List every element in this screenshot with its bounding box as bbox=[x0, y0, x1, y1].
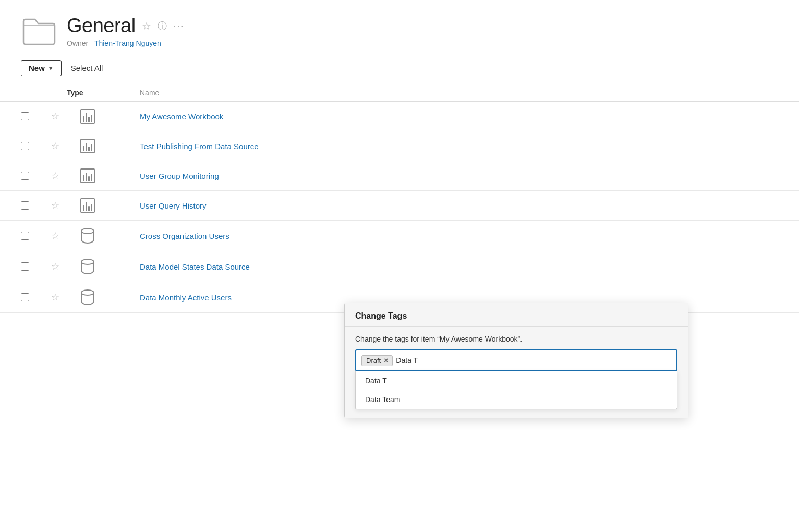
row-checkbox-3[interactable] bbox=[21, 172, 44, 180]
table-row: ☆ Data Model States Data Source bbox=[0, 251, 799, 282]
star-7[interactable]: ☆ bbox=[44, 292, 67, 303]
owner-row: Owner Thien-Trang Nguyen bbox=[67, 39, 185, 47]
star-icon[interactable]: ☆ bbox=[142, 20, 151, 32]
item-name-1: My Awesome Workbook bbox=[108, 112, 778, 121]
workbook-icon bbox=[80, 109, 95, 124]
new-button[interactable]: New ▼ bbox=[21, 60, 62, 76]
checkbox-input[interactable] bbox=[21, 232, 29, 240]
table-row: ☆ Test Publishing From Data Source bbox=[0, 131, 799, 161]
workbook-icon bbox=[80, 168, 95, 183]
type-icon-2 bbox=[67, 139, 108, 153]
type-icon-4 bbox=[67, 198, 108, 213]
table-row: ☆ User Query History bbox=[0, 191, 799, 221]
header-text: General ☆ ⓘ ··· Owner Thien-Trang Nguyen bbox=[67, 15, 185, 47]
owner-label: Owner bbox=[67, 39, 88, 47]
chevron-down-icon: ▼ bbox=[48, 65, 54, 71]
star-3[interactable]: ☆ bbox=[44, 170, 67, 182]
change-tags-modal[interactable]: Change Tags Change the tags for item “My… bbox=[344, 303, 688, 313]
toolbar: New ▼ Select All bbox=[0, 56, 799, 84]
workbook-icon bbox=[80, 139, 95, 153]
item-name-6: Data Model States Data Source bbox=[108, 262, 778, 271]
checkbox-input[interactable] bbox=[21, 201, 29, 210]
datasource-icon bbox=[81, 289, 94, 305]
type-icon-7 bbox=[67, 289, 108, 305]
table-row: ☆ My Awesome Workbook bbox=[0, 102, 799, 131]
star-4[interactable]: ☆ bbox=[44, 200, 67, 211]
star-1[interactable]: ☆ bbox=[44, 111, 67, 122]
star-2[interactable]: ☆ bbox=[44, 140, 67, 152]
checkbox-input[interactable] bbox=[21, 172, 29, 180]
col-name-header: Name bbox=[108, 89, 778, 97]
item-link-7[interactable]: Data Monthly Active Users bbox=[140, 293, 232, 302]
new-label: New bbox=[29, 64, 45, 72]
row-checkbox-6[interactable] bbox=[21, 262, 44, 271]
item-name-7: Data Monthly Active Users bbox=[108, 293, 778, 302]
item-name-2: Test Publishing From Data Source bbox=[108, 142, 778, 151]
content-table: Type Name ☆ My Awesome Workbook ☆ bbox=[0, 84, 799, 313]
table-row: ☆ Cross Organization Users bbox=[0, 221, 799, 251]
info-icon[interactable]: ⓘ bbox=[158, 20, 167, 32]
title-row: General ☆ ⓘ ··· bbox=[67, 15, 185, 37]
checkbox-input[interactable] bbox=[21, 293, 29, 301]
row-checkbox-2[interactable] bbox=[21, 142, 44, 150]
type-icon-6 bbox=[67, 259, 108, 274]
row-checkbox-5[interactable] bbox=[21, 232, 44, 240]
more-icon[interactable]: ··· bbox=[173, 20, 185, 32]
page-title: General bbox=[67, 15, 136, 37]
table-row: ☆ User Group Monitoring bbox=[0, 161, 799, 191]
item-link-2[interactable]: Test Publishing From Data Source bbox=[140, 142, 259, 151]
star-6[interactable]: ☆ bbox=[44, 261, 67, 272]
item-name-4: User Query History bbox=[108, 201, 778, 210]
folder-icon bbox=[21, 16, 57, 47]
item-link-4[interactable]: User Query History bbox=[140, 201, 207, 210]
page-header: General ☆ ⓘ ··· Owner Thien-Trang Nguyen bbox=[0, 0, 799, 56]
datasource-icon bbox=[81, 259, 94, 274]
workbook-icon bbox=[80, 198, 95, 213]
type-icon-5 bbox=[67, 228, 108, 244]
star-5[interactable]: ☆ bbox=[44, 230, 67, 241]
select-all-button[interactable]: Select All bbox=[62, 61, 113, 76]
item-link-5[interactable]: Cross Organization Users bbox=[140, 232, 229, 240]
item-name-5: Cross Organization Users bbox=[108, 232, 778, 240]
item-name-3: User Group Monitoring bbox=[108, 172, 778, 180]
type-icon-1 bbox=[67, 109, 108, 124]
item-link-3[interactable]: User Group Monitoring bbox=[140, 172, 219, 180]
row-checkbox-7[interactable] bbox=[21, 293, 44, 301]
type-icon-3 bbox=[67, 168, 108, 183]
item-link-6[interactable]: Data Model States Data Source bbox=[140, 262, 250, 271]
row-checkbox-1[interactable] bbox=[21, 112, 44, 120]
checkbox-input[interactable] bbox=[21, 142, 29, 150]
row-checkbox-4[interactable] bbox=[21, 201, 44, 210]
table-header: Type Name bbox=[0, 84, 799, 102]
datasource-icon bbox=[81, 228, 94, 244]
modal-title: Change Tags bbox=[355, 311, 407, 313]
item-link-1[interactable]: My Awesome Workbook bbox=[140, 112, 223, 121]
modal-header: Change Tags bbox=[345, 303, 688, 313]
col-type-header: Type bbox=[67, 89, 108, 97]
owner-link[interactable]: Thien-Trang Nguyen bbox=[94, 39, 161, 47]
checkbox-input[interactable] bbox=[21, 112, 29, 120]
checkbox-input[interactable] bbox=[21, 262, 29, 271]
